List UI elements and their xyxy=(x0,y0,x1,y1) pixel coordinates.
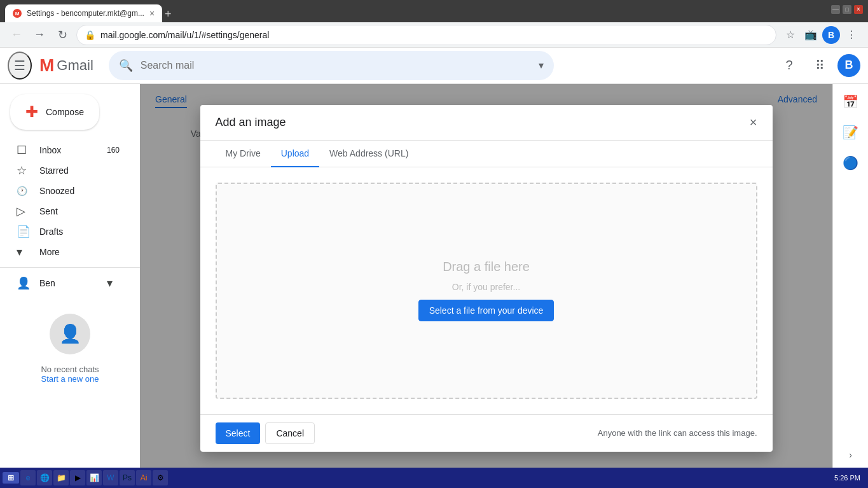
snoozed-icon: 🕐 xyxy=(17,186,29,196)
taskbar-app-ai[interactable]: Ai xyxy=(136,470,151,485)
taskbar-app-folder[interactable]: 📁 xyxy=(53,470,69,485)
right-panel-calendar-icon[interactable]: 📅 xyxy=(838,89,864,115)
hamburger-menu[interactable]: ☰ xyxy=(8,52,32,80)
inbox-label: Inbox xyxy=(39,145,97,155)
inbox-count: 160 xyxy=(107,146,120,155)
taskbar-app-chrome[interactable]: 🌐 xyxy=(37,470,52,485)
lock-icon: 🔒 xyxy=(85,30,95,40)
starred-label: Starred xyxy=(39,165,120,176)
taskbar-app-sheets[interactable]: 📊 xyxy=(86,470,102,485)
cast-button[interactable]: 📺 xyxy=(802,26,820,44)
minimize-button[interactable]: — xyxy=(831,5,840,14)
address-bar-row: ← → ↻ 🔒 mail.google.com/mail/u/1/#settin… xyxy=(0,22,868,48)
modal-body: Drag a file here Or, if you prefer... Se… xyxy=(200,167,773,414)
modal-overlay: Add an image × My Drive Upload Web Addre… xyxy=(140,84,832,473)
drop-zone-text: Drag a file here xyxy=(443,260,530,274)
inbox-icon: ☐ xyxy=(17,143,29,157)
compose-plus-icon: ✚ xyxy=(25,104,38,120)
maximize-button[interactable]: □ xyxy=(843,5,851,14)
footer-notice: Anyone with the link can access this ima… xyxy=(598,428,757,438)
drafts-label: Drafts xyxy=(39,227,120,237)
chat-avatar: 👤 xyxy=(50,314,90,354)
bookmark-button[interactable]: ☆ xyxy=(782,26,799,44)
profile-avatar[interactable]: B xyxy=(837,54,860,77)
drop-zone[interactable]: Drag a file here Or, if you prefer... Se… xyxy=(216,183,757,399)
sidebar-item-more[interactable]: ▾ More xyxy=(0,242,130,262)
drafts-icon: 📄 xyxy=(17,225,29,239)
starred-icon: ☆ xyxy=(17,164,29,178)
drop-zone-sub: Or, if you prefer... xyxy=(452,282,520,292)
footer-cancel-button[interactable]: Cancel xyxy=(265,422,315,444)
modal-tabs: My Drive Upload Web Address (URL) xyxy=(200,141,773,167)
refresh-button[interactable]: ↻ xyxy=(53,26,71,44)
search-icon: 🔍 xyxy=(119,59,133,73)
sidebar-item-sent[interactable]: ▷ Sent xyxy=(0,201,130,221)
sent-label: Sent xyxy=(39,206,120,216)
tab-web-address[interactable]: Web Address (URL) xyxy=(319,141,418,167)
browser-frame: M Settings - bencomputer.mkt@gm... × + —… xyxy=(0,0,868,48)
start-new-chat-link[interactable]: Start a new one xyxy=(41,374,99,384)
tab-favicon: M xyxy=(13,9,22,18)
taskbar-app-media[interactable]: ▶ xyxy=(70,470,85,485)
footer-select-button[interactable]: Select xyxy=(216,422,261,444)
gmail-logo-text: Gmail xyxy=(57,57,93,74)
taskbar: ⊞ e 🌐 📁 ▶ 📊 W Ps Ai ⚙ 5:26 PM xyxy=(0,468,868,488)
browser-tab[interactable]: M Settings - bencomputer.mkt@gm... × xyxy=(5,4,162,22)
gmail-logo: M Gmail xyxy=(39,55,93,76)
user-section[interactable]: 👤 Ben ▾ xyxy=(0,273,130,293)
help-button[interactable]: ? xyxy=(776,53,802,78)
modal-close-button[interactable]: × xyxy=(750,115,757,130)
modal: Add an image × My Drive Upload Web Addre… xyxy=(200,105,773,452)
select-file-button[interactable]: Select a file from your device xyxy=(418,300,555,321)
new-tab-button[interactable]: + xyxy=(165,8,172,21)
start-button[interactable]: ⊞ xyxy=(3,472,19,484)
gmail-header: ☰ M Gmail 🔍 ▾ ? ⠿ B xyxy=(0,48,868,84)
apps-button[interactable]: ⠿ xyxy=(807,53,832,78)
sidebar-item-inbox[interactable]: ☐ Inbox 160 xyxy=(0,140,130,160)
modal-header: Add an image × xyxy=(200,105,773,141)
taskbar-app-misc[interactable]: ⚙ xyxy=(153,470,168,485)
compose-label: Compose xyxy=(46,107,84,117)
modal-title: Add an image xyxy=(216,116,286,129)
more-label: More xyxy=(39,247,120,257)
no-recent-chats-text: No recent chats xyxy=(10,365,130,374)
tab-close-icon[interactable]: × xyxy=(149,8,155,18)
gmail-logo-m: M xyxy=(39,55,54,76)
close-button[interactable]: × xyxy=(854,5,863,14)
back-button[interactable]: ← xyxy=(8,26,25,44)
search-box[interactable]: 🔍 ▾ xyxy=(109,51,554,80)
sent-icon: ▷ xyxy=(17,204,29,218)
chat-section: 👤 No recent chats Start a new one xyxy=(0,293,140,394)
sidebar-item-snoozed[interactable]: 🕐 Snoozed xyxy=(0,181,130,201)
user-icon: 👤 xyxy=(17,276,29,290)
tab-bar: M Settings - bencomputer.mkt@gm... × + —… xyxy=(0,0,868,22)
url-text: mail.google.com/mail/u/1/#settings/gener… xyxy=(100,30,768,40)
search-input[interactable] xyxy=(141,60,531,71)
taskbar-app-ie[interactable]: e xyxy=(20,470,36,485)
compose-button[interactable]: ✚ Compose xyxy=(10,94,99,130)
right-panel-tasks-icon[interactable]: 📝 xyxy=(838,120,864,145)
taskbar-time: 5:26 PM xyxy=(834,474,865,482)
taskbar-app-word[interactable]: W xyxy=(103,470,118,485)
modal-footer: Select Cancel Anyone with the link can a… xyxy=(200,414,773,452)
tab-title: Settings - bencomputer.mkt@gm... xyxy=(27,9,144,18)
sidebar-item-starred[interactable]: ☆ Starred xyxy=(0,160,130,181)
user-name: Ben xyxy=(39,278,97,288)
forward-button[interactable]: → xyxy=(31,26,48,44)
profile-avatar-browser[interactable]: B xyxy=(822,26,840,44)
more-chevron-icon: ▾ xyxy=(17,245,29,259)
sidebar-item-drafts[interactable]: 📄 Drafts xyxy=(0,221,130,242)
right-panel-expand-icon[interactable]: › xyxy=(838,442,864,468)
taskbar-app-ps[interactable]: Ps xyxy=(120,470,135,485)
search-dropdown-icon[interactable]: ▾ xyxy=(539,59,544,71)
menu-button[interactable]: ⋮ xyxy=(843,26,860,44)
address-bar[interactable]: 🔒 mail.google.com/mail/u/1/#settings/gen… xyxy=(76,25,776,45)
right-panel-contacts-icon[interactable]: 🔵 xyxy=(838,150,864,176)
user-dropdown-icon: ▾ xyxy=(107,276,120,290)
snoozed-label: Snoozed xyxy=(39,186,120,196)
tab-upload[interactable]: Upload xyxy=(271,141,319,167)
main-content: General Advanced Vacation responder: Vac… xyxy=(140,84,832,473)
tab-my-drive[interactable]: My Drive xyxy=(216,141,271,167)
sidebar: ✚ Compose ☐ Inbox 160 ☆ Starred 🕐 Snooze… xyxy=(0,84,140,473)
right-panel: 📅 📝 🔵 › xyxy=(832,84,868,473)
